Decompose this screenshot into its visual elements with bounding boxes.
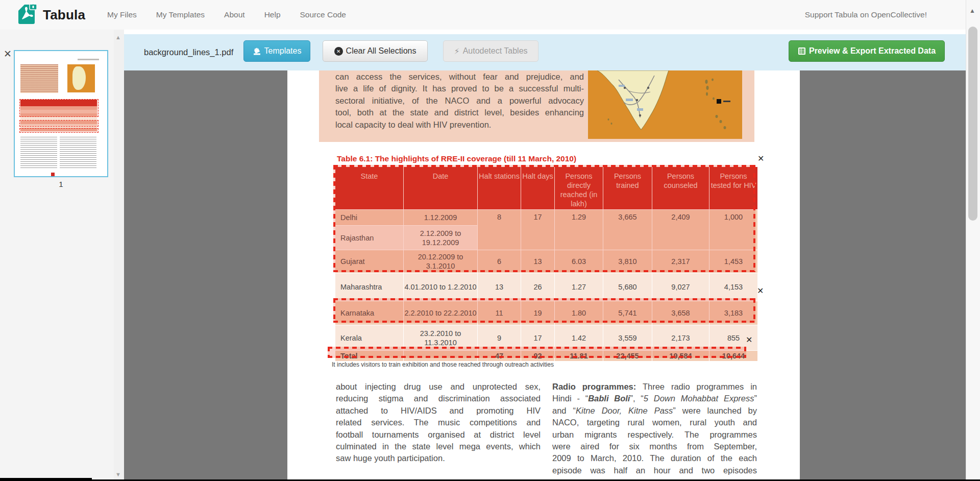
thumb-page-number-mark bbox=[51, 173, 55, 176]
brand[interactable]: Tabula bbox=[17, 3, 85, 27]
toolbar: background_lines_1.pdf Templates ✕ Clear… bbox=[124, 34, 966, 70]
thumb-selection-1 bbox=[19, 99, 99, 117]
text-line: 2009 to March, 2010. The duration of the… bbox=[552, 452, 757, 464]
window-scroll-up-icon[interactable]: ▲ bbox=[969, 7, 975, 14]
autodetect-tables-button[interactable]: ⚡ Autodetect Tables bbox=[443, 40, 538, 62]
table-cell: Maharashtra bbox=[335, 273, 403, 301]
table-cell: 13 bbox=[478, 273, 521, 301]
table-cell: 5,680 bbox=[603, 273, 652, 301]
pdf-intro-paragraph: can access the services, without fear an… bbox=[335, 71, 584, 131]
table-list-icon bbox=[798, 47, 806, 55]
table-cell: 26 bbox=[521, 273, 554, 301]
text-line: about injecting drug use and unprotected… bbox=[336, 381, 541, 393]
nav-item-about[interactable]: About bbox=[214, 10, 255, 19]
table-selection-1[interactable] bbox=[333, 165, 755, 272]
text-line: culminated in the state level mega event… bbox=[336, 441, 541, 452]
text-line: related services. The music competitions… bbox=[336, 417, 541, 428]
support-link[interactable]: Support Tabula on OpenCollective! bbox=[805, 10, 927, 19]
table-cell: 9,027 bbox=[652, 273, 709, 301]
text-line: saw huge youth participation. bbox=[336, 452, 541, 464]
template-save-icon bbox=[253, 47, 261, 56]
nav-item-my-files[interactable]: My Files bbox=[97, 10, 146, 19]
tabula-logo-icon bbox=[17, 3, 38, 27]
page-thumbnail[interactable] bbox=[14, 50, 108, 177]
pdf-body-column-left: about injecting drug use and unprotected… bbox=[336, 381, 541, 465]
table-cell: 4,153 bbox=[709, 273, 757, 301]
text-line: were aired for six months from September… bbox=[552, 441, 757, 452]
thumbnail-page-label: 1 bbox=[14, 180, 108, 188]
window-scrollbar-thumb[interactable] bbox=[968, 27, 977, 221]
india-map-image bbox=[588, 70, 742, 139]
table-selection-3[interactable] bbox=[328, 347, 746, 358]
clear-circle-x-icon: ✕ bbox=[334, 47, 343, 56]
brand-title: Tabula bbox=[43, 7, 85, 23]
nav-item-my-templates[interactable]: My Templates bbox=[146, 10, 214, 19]
nav-item-source-code[interactable]: Source Code bbox=[290, 10, 356, 19]
lightning-bolt-icon: ⚡ bbox=[454, 46, 459, 56]
selection-3-close-icon[interactable]: ✕ bbox=[746, 336, 752, 344]
thumb-map-block bbox=[67, 64, 95, 92]
navbar: Tabula My Files My Templates About Help … bbox=[0, 0, 980, 30]
pdf-filename: background_lines_1.pdf bbox=[144, 34, 233, 70]
text-line: urban migrants respectively. The program… bbox=[552, 429, 757, 441]
remove-page-icon[interactable]: ✕ bbox=[4, 49, 12, 59]
pdf-body-column-right: Radio programmes: Three radio programmes… bbox=[552, 381, 757, 476]
table-cell: 1.27 bbox=[555, 273, 603, 301]
clear-all-selections-button[interactable]: ✕ Clear All Selections bbox=[323, 40, 428, 62]
thumb-header-line bbox=[78, 59, 99, 60]
text-line: football tournaments organised at distri… bbox=[336, 429, 541, 441]
text-line: Hindi - “Babli Boli”, “5 Down Mohabbat E… bbox=[552, 393, 757, 404]
text-line: and “Kitne Door, Kitne Pass” were launch… bbox=[552, 405, 757, 417]
preview-export-button[interactable]: Preview & Export Extracted Data bbox=[789, 40, 945, 62]
text-line: local capacity to deal with HIV preventi… bbox=[335, 119, 584, 131]
templates-button[interactable]: Templates bbox=[243, 40, 310, 62]
sidebar-scroll-down-icon[interactable]: ▼ bbox=[115, 472, 121, 477]
table-selection-2[interactable] bbox=[333, 298, 755, 323]
text-line: episode was half an hour and two episode… bbox=[552, 465, 757, 476]
text-line: Radio programmes: Three radio programmes… bbox=[552, 381, 757, 393]
pdf-table-footnote: It includes visitors to train exhibition… bbox=[332, 361, 554, 368]
selection-2-close-icon[interactable]: ✕ bbox=[757, 287, 764, 295]
thumb-text-column-left bbox=[20, 137, 57, 170]
toolbar-gap bbox=[124, 30, 966, 34]
text-line: attached to HIV/AIDS and promoting HIV bbox=[336, 405, 541, 417]
text-line: can access the services, without fear an… bbox=[335, 71, 584, 83]
pdf-table-title: Table 6.1: The highlights of RRE-II cove… bbox=[337, 154, 755, 163]
text-line: live a life of dignity. It has proved to… bbox=[335, 83, 584, 94]
thumb-paragraph-block bbox=[20, 64, 58, 93]
thumb-selection-3 bbox=[19, 128, 99, 133]
thumb-map-shape bbox=[72, 66, 86, 90]
thumb-selection-2 bbox=[19, 120, 99, 127]
selection-1-close-icon[interactable]: ✕ bbox=[757, 155, 764, 163]
thumb-text-column-right bbox=[60, 137, 96, 170]
export-button-label: Preview & Export Extracted Data bbox=[809, 46, 936, 56]
templates-button-label: Templates bbox=[264, 46, 302, 56]
text-line: sectoral initiative, of the NACO and a p… bbox=[335, 95, 584, 107]
clear-button-label: Clear All Selections bbox=[346, 46, 416, 56]
text-line: NACO, targeting rural women, rural youth… bbox=[552, 417, 757, 428]
nav-links: My Files My Templates About Help Source … bbox=[97, 10, 356, 19]
horizontal-scrollbar-thumb[interactable] bbox=[0, 478, 92, 481]
sidebar-scrollbar[interactable] bbox=[114, 30, 124, 481]
text-line: tool, both at the state and district lev… bbox=[335, 107, 584, 118]
nav-item-help[interactable]: Help bbox=[255, 10, 290, 19]
text-line: reducing stigma and discrimination assoc… bbox=[336, 393, 541, 404]
autodetect-button-label: Autodetect Tables bbox=[463, 46, 528, 56]
table-cell: 4.01.2010 to 1.2.2010 bbox=[404, 273, 477, 301]
sidebar-scroll-up-icon[interactable]: ▲ bbox=[115, 35, 121, 40]
